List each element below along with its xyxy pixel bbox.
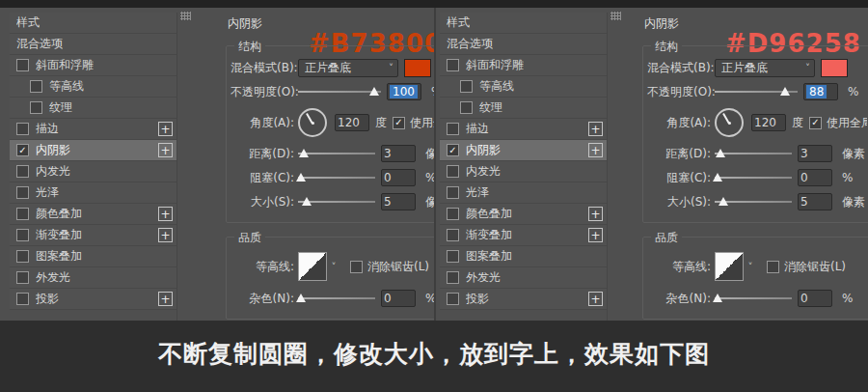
- style-checkbox-checked[interactable]: ✓: [447, 144, 459, 156]
- distance-slider[interactable]: [715, 147, 792, 160]
- opacity-field[interactable]: 88: [803, 83, 838, 100]
- style-list-item[interactable]: 纹理: [440, 98, 607, 119]
- scrollbar-grip[interactable]: [610, 12, 621, 20]
- plus-icon[interactable]: +: [588, 292, 603, 306]
- noise-slider[interactable]: [298, 292, 375, 305]
- style-list-item[interactable]: 混合选项: [440, 34, 607, 55]
- style-checkbox[interactable]: [16, 186, 29, 199]
- style-checkbox[interactable]: [447, 59, 459, 71]
- shadow-color-swatch[interactable]: [821, 59, 848, 77]
- noise-slider[interactable]: [715, 292, 792, 305]
- style-list-item[interactable]: 颜色叠加+: [440, 204, 607, 225]
- noise-field[interactable]: 0: [381, 290, 416, 307]
- distance-field[interactable]: 3: [381, 145, 416, 162]
- antialias-checkbox[interactable]: [767, 261, 779, 273]
- style-checkbox[interactable]: [447, 186, 459, 199]
- angle-dial[interactable]: [715, 108, 744, 137]
- style-checkbox[interactable]: [460, 101, 473, 114]
- style-checkbox[interactable]: [30, 80, 42, 93]
- style-list-item[interactable]: ✓内阴影+: [440, 140, 607, 161]
- style-list-item[interactable]: 外发光: [440, 267, 607, 289]
- style-list-item[interactable]: 图案叠加: [10, 246, 176, 267]
- global-light-checkbox[interactable]: ✓: [393, 117, 405, 129]
- style-list-item[interactable]: 等高线: [10, 76, 176, 98]
- style-checkbox[interactable]: [447, 271, 459, 284]
- plus-icon[interactable]: +: [588, 228, 603, 242]
- style-list-item[interactable]: 颜色叠加+: [10, 204, 176, 225]
- style-list-item[interactable]: 投影+: [440, 289, 607, 310]
- shadow-color-swatch[interactable]: [404, 59, 431, 77]
- style-list-item[interactable]: 光泽: [440, 182, 607, 204]
- plus-icon[interactable]: +: [588, 143, 603, 157]
- noise-field[interactable]: 0: [798, 290, 832, 307]
- slider-thumb[interactable]: [716, 149, 725, 157]
- style-list-item[interactable]: 光泽: [10, 182, 176, 204]
- slider-thumb[interactable]: [299, 149, 309, 157]
- style-checkbox[interactable]: [16, 250, 29, 263]
- plus-icon[interactable]: +: [158, 292, 173, 306]
- blend-mode-select[interactable]: 正片叠底 ˅: [715, 59, 815, 77]
- chevron-down-icon[interactable]: ˅: [744, 252, 757, 281]
- style-list-item[interactable]: 内发光: [440, 161, 607, 182]
- style-list-item[interactable]: 斜面和浮雕: [10, 55, 176, 76]
- choke-slider[interactable]: [298, 171, 375, 184]
- plus-icon[interactable]: +: [588, 207, 603, 221]
- distance-field[interactable]: 3: [798, 145, 832, 162]
- style-list-item[interactable]: 描边+: [440, 119, 607, 140]
- style-list-item[interactable]: ✓内阴影+: [10, 140, 176, 161]
- angle-field[interactable]: 120: [335, 114, 369, 131]
- choke-field[interactable]: 0: [798, 169, 832, 186]
- style-checkbox[interactable]: [447, 293, 459, 305]
- choke-field[interactable]: 0: [381, 169, 416, 186]
- slider-thumb[interactable]: [719, 197, 728, 206]
- style-checkbox[interactable]: [447, 208, 459, 220]
- size-field[interactable]: 5: [798, 193, 832, 210]
- style-list-item[interactable]: 内发光: [10, 161, 176, 182]
- style-checkbox-checked[interactable]: ✓: [16, 144, 29, 156]
- slider-thumb[interactable]: [302, 197, 312, 206]
- antialias-checkbox[interactable]: [350, 261, 363, 273]
- opacity-slider[interactable]: [298, 85, 381, 98]
- size-slider[interactable]: [715, 195, 792, 209]
- plus-icon[interactable]: +: [158, 122, 173, 136]
- style-checkbox[interactable]: [16, 208, 29, 220]
- plus-icon[interactable]: +: [158, 228, 173, 242]
- slider-thumb[interactable]: [369, 87, 379, 96]
- style-list-item[interactable]: 图案叠加: [440, 246, 607, 267]
- style-checkbox[interactable]: [447, 123, 459, 135]
- size-slider[interactable]: [298, 195, 375, 209]
- style-list-item[interactable]: 混合选项: [10, 34, 176, 55]
- angle-field[interactable]: 120: [751, 114, 786, 131]
- style-list-item[interactable]: 纹理: [10, 98, 176, 119]
- style-checkbox[interactable]: [460, 80, 473, 93]
- style-list-item[interactable]: 外发光: [10, 267, 176, 289]
- slider-thumb[interactable]: [713, 294, 722, 302]
- style-checkbox[interactable]: [16, 165, 29, 178]
- contour-thumbnail[interactable]: [715, 252, 744, 281]
- plus-icon[interactable]: +: [158, 143, 173, 157]
- slider-thumb[interactable]: [296, 294, 306, 302]
- style-checkbox[interactable]: [16, 123, 29, 135]
- style-checkbox[interactable]: [16, 271, 29, 284]
- contour-thumbnail[interactable]: [298, 252, 327, 281]
- choke-slider[interactable]: [715, 171, 792, 184]
- plus-icon[interactable]: +: [588, 122, 603, 136]
- style-list-item[interactable]: 等高线: [440, 76, 607, 98]
- style-list-item[interactable]: 描边+: [10, 119, 176, 140]
- style-checkbox[interactable]: [16, 293, 29, 305]
- global-light-checkbox[interactable]: ✓: [809, 117, 822, 129]
- scrollbar-grip[interactable]: [180, 12, 191, 20]
- chevron-down-icon[interactable]: ˅: [327, 252, 340, 281]
- style-list-item[interactable]: 渐变叠加+: [440, 225, 607, 246]
- size-field[interactable]: 5: [381, 193, 416, 210]
- style-checkbox[interactable]: [447, 229, 459, 241]
- opacity-slider[interactable]: [715, 85, 798, 98]
- style-checkbox[interactable]: [16, 229, 29, 241]
- style-list-item[interactable]: 样式: [440, 13, 607, 34]
- slider-thumb[interactable]: [296, 173, 306, 182]
- style-checkbox[interactable]: [447, 250, 459, 263]
- style-checkbox[interactable]: [447, 165, 459, 178]
- slider-thumb[interactable]: [713, 173, 722, 182]
- angle-dial[interactable]: [298, 108, 327, 137]
- style-list-item[interactable]: 样式: [10, 13, 176, 34]
